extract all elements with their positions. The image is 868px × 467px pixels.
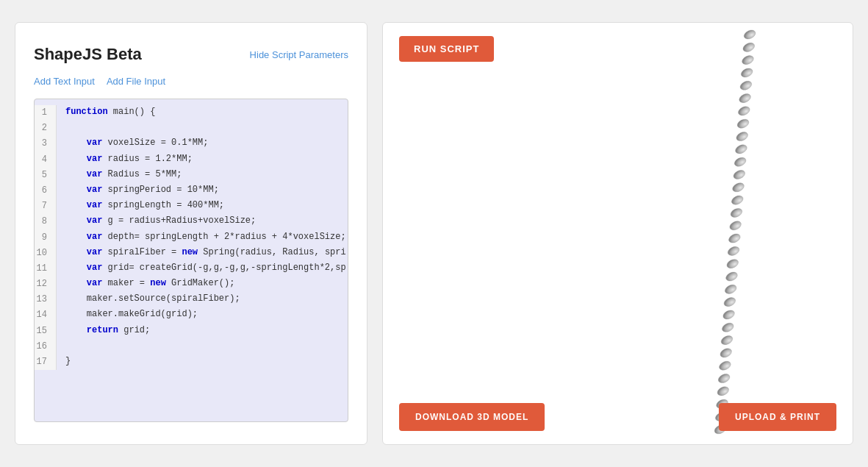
svg-point-10 (733, 155, 747, 168)
svg-point-23 (720, 321, 735, 333)
line-content: return grid; (57, 324, 150, 338)
line-number: 12 (35, 277, 57, 292)
spring-svg (706, 22, 764, 445)
line-content: maker.makeGrid(grid); (57, 307, 198, 321)
line-content: var grid= createGrid(-g,g,-g,g,-springLe… (57, 261, 346, 275)
line-content: var radius = 1.2*MM; (57, 152, 193, 166)
line-number: 8 (35, 214, 57, 229)
svg-point-17 (726, 244, 741, 257)
svg-point-14 (729, 206, 744, 218)
svg-point-27 (717, 372, 731, 385)
line-number: 7 (35, 199, 57, 214)
line-content: maker.setSource(spiralFiber); (57, 292, 240, 306)
svg-point-20 (723, 282, 738, 295)
line-number: 15 (35, 324, 57, 339)
code-line: 1function main() { (35, 105, 348, 121)
line-number: 4 (35, 152, 57, 168)
code-line: 15 return grid; (35, 324, 348, 339)
svg-point-26 (718, 359, 733, 371)
line-number: 2 (35, 121, 57, 136)
bottom-buttons: DOWNLOAD 3D MODEL UPLOAD & PRINT (383, 403, 853, 431)
svg-point-25 (719, 346, 734, 359)
main-container: ShapeJS Beta Hide Script Parameters Add … (0, 0, 868, 467)
line-number: 10 (35, 246, 57, 261)
code-line: 5 var Radius = 5*MM; (35, 168, 348, 183)
input-links: Add Text Input Add File Input (34, 76, 348, 87)
svg-point-8 (735, 130, 750, 143)
hide-params-link[interactable]: Hide Script Parameters (250, 49, 348, 60)
svg-point-21 (722, 296, 737, 308)
code-editor[interactable]: 1function main() {23 var voxelSize = 0.1… (34, 99, 348, 422)
right-panel: RUN SCRIPT DOWNLOAD 3D MODEL UPLOAD & PR… (382, 22, 853, 445)
svg-point-13 (730, 193, 745, 206)
line-number: 13 (35, 292, 57, 307)
line-content: var spiralFiber = new Spring(radius, Rad… (57, 246, 346, 260)
line-number: 1 (35, 105, 57, 121)
code-line: 16 (35, 339, 348, 354)
svg-point-19 (725, 270, 739, 282)
svg-point-2 (741, 54, 756, 66)
svg-point-7 (736, 117, 750, 129)
line-number: 6 (35, 183, 57, 199)
line-number: 17 (35, 354, 57, 370)
line-content: var depth= springLength + 2*radius + 4*v… (57, 230, 346, 244)
line-number: 16 (35, 339, 57, 354)
code-line: 2 (35, 121, 348, 136)
svg-point-6 (736, 104, 751, 117)
left-panel: ShapeJS Beta Hide Script Parameters Add … (15, 22, 367, 445)
line-content: var maker = new GridMaker(); (57, 277, 234, 290)
upload-print-button[interactable]: UPLOAD & PRINT (719, 403, 836, 431)
code-line: 6 var springPeriod = 10*MM; (35, 183, 348, 199)
code-line: 17} (35, 354, 348, 370)
svg-point-28 (716, 385, 731, 397)
svg-point-11 (732, 168, 747, 181)
svg-point-22 (722, 308, 736, 321)
code-line: 9 var depth= springLength + 2*radius + 4… (35, 230, 348, 246)
svg-point-24 (720, 334, 734, 346)
line-number: 9 (35, 230, 57, 246)
line-content: var springPeriod = 10*MM; (57, 183, 219, 197)
add-file-input-link[interactable]: Add File Input (107, 76, 165, 87)
line-number: 5 (35, 168, 57, 183)
panel-title: ShapeJS Beta (34, 45, 142, 64)
code-line: 13 maker.setSource(spiralFiber); (35, 292, 348, 307)
svg-point-5 (738, 92, 753, 104)
code-line: 8 var g = radius+Radius+voxelSize; (35, 214, 348, 229)
svg-point-15 (728, 219, 743, 232)
line-content: var springLength = 400*MM; (57, 199, 224, 213)
svg-point-9 (734, 143, 749, 155)
svg-point-1 (742, 40, 756, 53)
line-number: 11 (35, 261, 57, 277)
line-content: var g = radius+Radius+voxelSize; (57, 214, 256, 228)
line-content: } (57, 354, 71, 368)
add-text-input-link[interactable]: Add Text Input (34, 76, 95, 87)
svg-point-12 (731, 181, 746, 193)
svg-point-3 (739, 66, 754, 79)
svg-point-0 (742, 28, 757, 40)
code-line: 12 var maker = new GridMaker(); (35, 277, 348, 292)
code-line: 3 var voxelSize = 0.1*MM; (35, 136, 348, 151)
line-content: function main() { (57, 105, 155, 119)
code-line: 7 var springLength = 400*MM; (35, 199, 348, 214)
download-3d-button[interactable]: DOWNLOAD 3D MODEL (399, 403, 545, 431)
svg-point-4 (739, 79, 753, 91)
panel-header: ShapeJS Beta Hide Script Parameters (34, 45, 348, 64)
spring-visual (383, 23, 853, 444)
code-line: 11 var grid= createGrid(-g,g,-g,g,-sprin… (35, 261, 348, 277)
code-line: 14 maker.makeGrid(grid); (35, 307, 348, 323)
svg-point-16 (728, 232, 742, 244)
line-number: 14 (35, 307, 57, 323)
code-line: 10 var spiralFiber = new Spring(radius, … (35, 246, 348, 261)
line-number: 3 (35, 136, 57, 151)
svg-point-18 (725, 257, 740, 270)
line-content: var Radius = 5*MM; (57, 168, 182, 182)
line-content: var voxelSize = 0.1*MM; (57, 136, 208, 150)
code-line: 4 var radius = 1.2*MM; (35, 152, 348, 168)
